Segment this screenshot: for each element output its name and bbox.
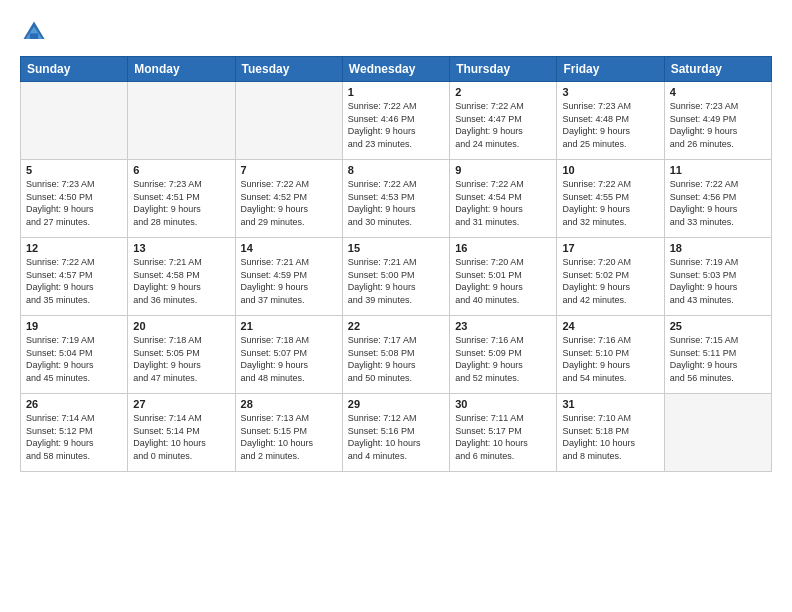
weekday-header-thursday: Thursday bbox=[450, 57, 557, 82]
week-row-2: 5Sunrise: 7:23 AM Sunset: 4:50 PM Daylig… bbox=[21, 160, 772, 238]
day-number: 5 bbox=[26, 164, 122, 176]
day-detail: Sunrise: 7:23 AM Sunset: 4:50 PM Dayligh… bbox=[26, 178, 122, 228]
day-number: 3 bbox=[562, 86, 658, 98]
day-number: 15 bbox=[348, 242, 444, 254]
calendar-cell: 27Sunrise: 7:14 AM Sunset: 5:14 PM Dayli… bbox=[128, 394, 235, 472]
calendar-cell: 25Sunrise: 7:15 AM Sunset: 5:11 PM Dayli… bbox=[664, 316, 771, 394]
calendar-cell: 5Sunrise: 7:23 AM Sunset: 4:50 PM Daylig… bbox=[21, 160, 128, 238]
calendar-cell: 10Sunrise: 7:22 AM Sunset: 4:55 PM Dayli… bbox=[557, 160, 664, 238]
day-number: 10 bbox=[562, 164, 658, 176]
weekday-header-tuesday: Tuesday bbox=[235, 57, 342, 82]
calendar-cell: 11Sunrise: 7:22 AM Sunset: 4:56 PM Dayli… bbox=[664, 160, 771, 238]
day-number: 23 bbox=[455, 320, 551, 332]
day-detail: Sunrise: 7:18 AM Sunset: 5:05 PM Dayligh… bbox=[133, 334, 229, 384]
week-row-5: 26Sunrise: 7:14 AM Sunset: 5:12 PM Dayli… bbox=[21, 394, 772, 472]
calendar-table: SundayMondayTuesdayWednesdayThursdayFrid… bbox=[20, 56, 772, 472]
day-number: 17 bbox=[562, 242, 658, 254]
calendar-cell: 15Sunrise: 7:21 AM Sunset: 5:00 PM Dayli… bbox=[342, 238, 449, 316]
calendar-cell: 29Sunrise: 7:12 AM Sunset: 5:16 PM Dayli… bbox=[342, 394, 449, 472]
calendar-cell: 7Sunrise: 7:22 AM Sunset: 4:52 PM Daylig… bbox=[235, 160, 342, 238]
day-number: 2 bbox=[455, 86, 551, 98]
day-number: 13 bbox=[133, 242, 229, 254]
logo bbox=[20, 18, 52, 46]
calendar-cell: 20Sunrise: 7:18 AM Sunset: 5:05 PM Dayli… bbox=[128, 316, 235, 394]
day-detail: Sunrise: 7:22 AM Sunset: 4:55 PM Dayligh… bbox=[562, 178, 658, 228]
header bbox=[20, 18, 772, 46]
day-detail: Sunrise: 7:14 AM Sunset: 5:14 PM Dayligh… bbox=[133, 412, 229, 462]
calendar-cell: 12Sunrise: 7:22 AM Sunset: 4:57 PM Dayli… bbox=[21, 238, 128, 316]
day-number: 28 bbox=[241, 398, 337, 410]
day-detail: Sunrise: 7:21 AM Sunset: 5:00 PM Dayligh… bbox=[348, 256, 444, 306]
calendar-cell: 16Sunrise: 7:20 AM Sunset: 5:01 PM Dayli… bbox=[450, 238, 557, 316]
day-detail: Sunrise: 7:15 AM Sunset: 5:11 PM Dayligh… bbox=[670, 334, 766, 384]
day-detail: Sunrise: 7:20 AM Sunset: 5:01 PM Dayligh… bbox=[455, 256, 551, 306]
day-number: 20 bbox=[133, 320, 229, 332]
calendar-cell: 2Sunrise: 7:22 AM Sunset: 4:47 PM Daylig… bbox=[450, 82, 557, 160]
day-number: 16 bbox=[455, 242, 551, 254]
day-number: 12 bbox=[26, 242, 122, 254]
day-number: 8 bbox=[348, 164, 444, 176]
day-detail: Sunrise: 7:14 AM Sunset: 5:12 PM Dayligh… bbox=[26, 412, 122, 462]
week-row-4: 19Sunrise: 7:19 AM Sunset: 5:04 PM Dayli… bbox=[21, 316, 772, 394]
calendar-cell: 3Sunrise: 7:23 AM Sunset: 4:48 PM Daylig… bbox=[557, 82, 664, 160]
calendar-cell: 9Sunrise: 7:22 AM Sunset: 4:54 PM Daylig… bbox=[450, 160, 557, 238]
calendar-cell: 18Sunrise: 7:19 AM Sunset: 5:03 PM Dayli… bbox=[664, 238, 771, 316]
day-number: 21 bbox=[241, 320, 337, 332]
day-detail: Sunrise: 7:21 AM Sunset: 4:59 PM Dayligh… bbox=[241, 256, 337, 306]
day-number: 11 bbox=[670, 164, 766, 176]
day-detail: Sunrise: 7:11 AM Sunset: 5:17 PM Dayligh… bbox=[455, 412, 551, 462]
weekday-header-monday: Monday bbox=[128, 57, 235, 82]
day-number: 4 bbox=[670, 86, 766, 98]
day-number: 18 bbox=[670, 242, 766, 254]
day-detail: Sunrise: 7:19 AM Sunset: 5:03 PM Dayligh… bbox=[670, 256, 766, 306]
day-number: 27 bbox=[133, 398, 229, 410]
calendar-cell: 1Sunrise: 7:22 AM Sunset: 4:46 PM Daylig… bbox=[342, 82, 449, 160]
day-number: 19 bbox=[26, 320, 122, 332]
day-number: 14 bbox=[241, 242, 337, 254]
day-number: 9 bbox=[455, 164, 551, 176]
day-detail: Sunrise: 7:23 AM Sunset: 4:48 PM Dayligh… bbox=[562, 100, 658, 150]
day-detail: Sunrise: 7:12 AM Sunset: 5:16 PM Dayligh… bbox=[348, 412, 444, 462]
calendar-cell bbox=[235, 82, 342, 160]
logo-icon bbox=[20, 18, 48, 46]
day-detail: Sunrise: 7:22 AM Sunset: 4:57 PM Dayligh… bbox=[26, 256, 122, 306]
week-row-3: 12Sunrise: 7:22 AM Sunset: 4:57 PM Dayli… bbox=[21, 238, 772, 316]
calendar-cell: 19Sunrise: 7:19 AM Sunset: 5:04 PM Dayli… bbox=[21, 316, 128, 394]
day-detail: Sunrise: 7:13 AM Sunset: 5:15 PM Dayligh… bbox=[241, 412, 337, 462]
calendar-cell: 30Sunrise: 7:11 AM Sunset: 5:17 PM Dayli… bbox=[450, 394, 557, 472]
day-number: 31 bbox=[562, 398, 658, 410]
day-number: 6 bbox=[133, 164, 229, 176]
day-detail: Sunrise: 7:22 AM Sunset: 4:46 PM Dayligh… bbox=[348, 100, 444, 150]
calendar-cell: 23Sunrise: 7:16 AM Sunset: 5:09 PM Dayli… bbox=[450, 316, 557, 394]
svg-rect-2 bbox=[30, 33, 38, 39]
weekday-header-sunday: Sunday bbox=[21, 57, 128, 82]
weekday-header-row: SundayMondayTuesdayWednesdayThursdayFrid… bbox=[21, 57, 772, 82]
day-detail: Sunrise: 7:22 AM Sunset: 4:54 PM Dayligh… bbox=[455, 178, 551, 228]
day-detail: Sunrise: 7:16 AM Sunset: 5:10 PM Dayligh… bbox=[562, 334, 658, 384]
calendar-cell: 8Sunrise: 7:22 AM Sunset: 4:53 PM Daylig… bbox=[342, 160, 449, 238]
day-detail: Sunrise: 7:23 AM Sunset: 4:51 PM Dayligh… bbox=[133, 178, 229, 228]
day-detail: Sunrise: 7:19 AM Sunset: 5:04 PM Dayligh… bbox=[26, 334, 122, 384]
calendar-cell: 26Sunrise: 7:14 AM Sunset: 5:12 PM Dayli… bbox=[21, 394, 128, 472]
day-detail: Sunrise: 7:16 AM Sunset: 5:09 PM Dayligh… bbox=[455, 334, 551, 384]
calendar-cell: 14Sunrise: 7:21 AM Sunset: 4:59 PM Dayli… bbox=[235, 238, 342, 316]
calendar-cell: 22Sunrise: 7:17 AM Sunset: 5:08 PM Dayli… bbox=[342, 316, 449, 394]
calendar-cell bbox=[664, 394, 771, 472]
calendar-cell: 21Sunrise: 7:18 AM Sunset: 5:07 PM Dayli… bbox=[235, 316, 342, 394]
day-number: 29 bbox=[348, 398, 444, 410]
day-detail: Sunrise: 7:21 AM Sunset: 4:58 PM Dayligh… bbox=[133, 256, 229, 306]
day-detail: Sunrise: 7:22 AM Sunset: 4:53 PM Dayligh… bbox=[348, 178, 444, 228]
day-detail: Sunrise: 7:17 AM Sunset: 5:08 PM Dayligh… bbox=[348, 334, 444, 384]
day-detail: Sunrise: 7:23 AM Sunset: 4:49 PM Dayligh… bbox=[670, 100, 766, 150]
week-row-1: 1Sunrise: 7:22 AM Sunset: 4:46 PM Daylig… bbox=[21, 82, 772, 160]
day-detail: Sunrise: 7:22 AM Sunset: 4:52 PM Dayligh… bbox=[241, 178, 337, 228]
calendar-cell: 13Sunrise: 7:21 AM Sunset: 4:58 PM Dayli… bbox=[128, 238, 235, 316]
weekday-header-saturday: Saturday bbox=[664, 57, 771, 82]
calendar-cell bbox=[21, 82, 128, 160]
day-number: 25 bbox=[670, 320, 766, 332]
day-detail: Sunrise: 7:22 AM Sunset: 4:56 PM Dayligh… bbox=[670, 178, 766, 228]
weekday-header-wednesday: Wednesday bbox=[342, 57, 449, 82]
day-number: 7 bbox=[241, 164, 337, 176]
day-detail: Sunrise: 7:20 AM Sunset: 5:02 PM Dayligh… bbox=[562, 256, 658, 306]
calendar-cell: 4Sunrise: 7:23 AM Sunset: 4:49 PM Daylig… bbox=[664, 82, 771, 160]
